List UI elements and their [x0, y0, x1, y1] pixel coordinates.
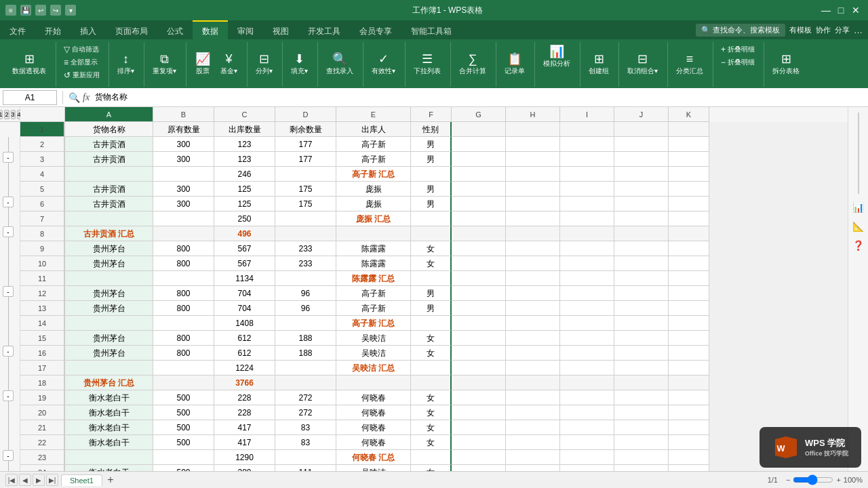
row-number[interactable]: 9: [20, 241, 65, 256]
cell[interactable]: 贵州茅台: [65, 256, 153, 271]
col-header-C[interactable]: C: [214, 107, 275, 122]
more-options[interactable]: …: [854, 25, 863, 35]
cell[interactable]: [411, 450, 452, 465]
cell[interactable]: [614, 435, 669, 450]
name-box[interactable]: [3, 90, 57, 105]
cell[interactable]: 女: [411, 346, 452, 361]
cell[interactable]: [560, 375, 614, 390]
cell[interactable]: [614, 316, 669, 331]
expand-detail-button[interactable]: + 折叠明细: [717, 43, 758, 56]
cell[interactable]: [452, 167, 506, 182]
cell[interactable]: [506, 152, 560, 167]
cell[interactable]: 剩余数量: [275, 122, 336, 137]
cell[interactable]: 188: [275, 331, 336, 346]
cell[interactable]: [560, 182, 614, 197]
cell[interactable]: [669, 465, 709, 471]
cell[interactable]: [153, 450, 214, 465]
cell[interactable]: 417: [214, 435, 275, 450]
stock-button[interactable]: 📈 股票: [191, 51, 215, 78]
record-button[interactable]: 📋 记录单: [500, 51, 529, 78]
cell[interactable]: 800: [153, 346, 214, 361]
cell[interactable]: [452, 316, 506, 331]
cell[interactable]: [506, 435, 560, 450]
cell[interactable]: [669, 211, 709, 226]
cell[interactable]: [506, 197, 560, 211]
cell[interactable]: [65, 316, 153, 331]
collapse-detail-button[interactable]: − 折叠明细: [717, 56, 758, 68]
cell[interactable]: [669, 182, 709, 197]
reapply-button[interactable]: ↺ 重新应用: [60, 69, 103, 81]
cell[interactable]: 古井贡酒: [65, 152, 153, 167]
cell[interactable]: 男: [411, 137, 452, 152]
cell[interactable]: [614, 182, 669, 197]
cell[interactable]: 500: [153, 390, 214, 405]
row-number[interactable]: 4: [20, 167, 65, 182]
cell[interactable]: [560, 316, 614, 331]
collab-btn[interactable]: 协作: [816, 25, 831, 35]
cell[interactable]: [411, 211, 452, 226]
cell[interactable]: 300: [153, 197, 214, 211]
cell[interactable]: [506, 450, 560, 465]
cell[interactable]: 古井贡酒 汇总: [65, 226, 153, 241]
col-header-H[interactable]: H: [506, 107, 560, 122]
subtotal-button[interactable]: ≡ 分类汇总: [672, 51, 707, 78]
cell[interactable]: [452, 450, 506, 465]
share-btn[interactable]: 分享: [835, 25, 850, 35]
fill-button[interactable]: ⬇ 填充▾: [287, 51, 312, 78]
cell[interactable]: [669, 122, 709, 137]
cancel-group-button[interactable]: ⊟ 取消组合▾: [623, 51, 662, 78]
cell[interactable]: 女: [411, 390, 452, 405]
col-header-J[interactable]: J: [614, 107, 669, 122]
cell[interactable]: 何晓春 汇总: [336, 450, 411, 465]
tab-home[interactable]: 开始: [35, 20, 71, 39]
quick-redo-icon[interactable]: ↪: [50, 5, 61, 16]
create-group-button[interactable]: ⊞ 创建组: [585, 51, 613, 78]
cell[interactable]: 389: [214, 465, 275, 471]
cell[interactable]: [614, 241, 669, 256]
cell[interactable]: 吴映洁: [336, 346, 411, 361]
cell[interactable]: 吴映洁 汇总: [336, 361, 411, 375]
collapse-group-6[interactable]: -: [3, 390, 14, 401]
cell[interactable]: 何晓春: [336, 435, 411, 450]
split-columns-button[interactable]: ⊟ 分列▾: [252, 51, 277, 78]
cell[interactable]: [669, 286, 709, 301]
cell[interactable]: 612: [214, 331, 275, 346]
cell[interactable]: [614, 301, 669, 316]
cell[interactable]: [560, 346, 614, 361]
cell[interactable]: [452, 226, 506, 241]
col-header-A[interactable]: A: [65, 107, 153, 122]
cell[interactable]: [669, 152, 709, 167]
cell[interactable]: 177: [275, 137, 336, 152]
cell[interactable]: [614, 152, 669, 167]
cell[interactable]: 何晓春: [336, 390, 411, 405]
next-sheet-arrow[interactable]: ▶: [33, 474, 45, 486]
cell[interactable]: [336, 226, 411, 241]
cell[interactable]: 250: [214, 211, 275, 226]
cell[interactable]: [506, 182, 560, 197]
cell[interactable]: 96: [275, 301, 336, 316]
outline-level-3[interactable]: 3: [11, 110, 16, 119]
merge-calc-button[interactable]: ∑ 合并计算: [455, 51, 490, 78]
cell[interactable]: 1224: [214, 361, 275, 375]
cell[interactable]: 175: [275, 182, 336, 197]
row-number[interactable]: 6: [20, 197, 65, 211]
row-number[interactable]: 23: [20, 450, 65, 465]
cell[interactable]: 衡水老白干: [65, 405, 153, 420]
cell[interactable]: 贵州茅台: [65, 241, 153, 256]
cell[interactable]: [614, 346, 669, 361]
cell[interactable]: 古井贡酒: [65, 182, 153, 197]
cell[interactable]: 111: [275, 465, 336, 471]
cell[interactable]: [153, 375, 214, 390]
cell[interactable]: [452, 301, 506, 316]
cell[interactable]: 陈露露: [336, 241, 411, 256]
cell[interactable]: 704: [214, 301, 275, 316]
tab-page-layout[interactable]: 页面布局: [106, 20, 157, 39]
cell[interactable]: [153, 211, 214, 226]
cell[interactable]: 233: [275, 241, 336, 256]
formula-input[interactable]: [92, 93, 865, 102]
cell[interactable]: [669, 405, 709, 420]
cell[interactable]: 228: [214, 390, 275, 405]
cell[interactable]: 272: [275, 405, 336, 420]
cell[interactable]: [452, 405, 506, 420]
close-button[interactable]: ✕: [849, 3, 863, 17]
